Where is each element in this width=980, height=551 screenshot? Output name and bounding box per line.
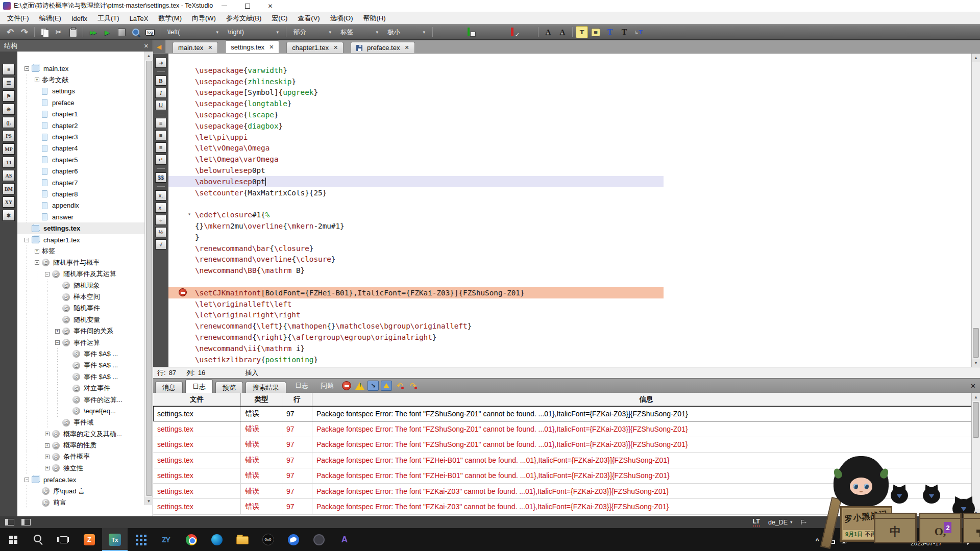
bookmark-icon[interactable]: ⚑ (3, 90, 15, 102)
asymptote-icon[interactable]: AS (3, 170, 15, 181)
scrollbar-thumb[interactable] (973, 328, 979, 358)
tree-item-chapter7[interactable]: chapter7 (17, 177, 153, 188)
thunderbird-taskbar-icon[interactable] (281, 528, 306, 551)
black-t-icon[interactable]: T (618, 26, 631, 38)
editor-gutter[interactable] (168, 98, 195, 109)
texstudio-taskbar-icon[interactable]: Tx (102, 528, 128, 551)
expander-plus-icon[interactable]: + (45, 432, 50, 436)
scroll-down-icon[interactable]: ▼ (145, 497, 153, 505)
expander-plus-icon[interactable]: + (55, 329, 60, 334)
toolbar-dropdown-标签[interactable]: 标签▾ (337, 27, 381, 38)
subscript-button[interactable]: x. (155, 190, 166, 201)
log-row[interactable]: settings.tex错误97Package fontspec Error: … (153, 468, 980, 484)
prev-error-icon[interactable] (394, 381, 405, 391)
close-button[interactable]: ✕ (259, 0, 282, 12)
tree-item-前言[interactable]: C前言 (17, 497, 153, 508)
scrollbar-thumb[interactable] (146, 61, 152, 496)
scroll-down-icon[interactable]: ▼ (972, 359, 980, 367)
menu-item-数学(M)[interactable]: 数学(M) (154, 13, 187, 24)
expander-minus-icon[interactable]: − (24, 66, 29, 71)
editor-gutter[interactable] (168, 265, 195, 276)
tree-item-对立事件[interactable]: S对立事件 (17, 383, 153, 394)
badbox-icon[interactable] (368, 381, 379, 391)
editor-gutter[interactable] (168, 109, 195, 120)
cut-icon[interactable]: ✂ (52, 26, 65, 38)
expander-plus-icon[interactable]: + (35, 249, 39, 254)
touch-keyboard-icon[interactable] (882, 537, 891, 542)
expander-minus-icon[interactable]: − (55, 340, 60, 345)
editor-gutter[interactable] (168, 354, 195, 365)
log-tab-日志[interactable]: 日志 (185, 380, 213, 393)
tab-preface.tex[interactable]: preface.tex✕ (351, 42, 415, 53)
menu-item-宏(C)[interactable]: 宏(C) (266, 13, 292, 24)
log-sublabel-问题[interactable]: 问题 (321, 381, 334, 390)
editor-gutter[interactable] (168, 198, 195, 210)
menu-item-文件(F)[interactable]: 文件(F) (2, 13, 34, 24)
redo-icon[interactable]: ↷ (18, 26, 31, 38)
menu-item-编辑(E)[interactable]: 编辑(E) (34, 13, 66, 24)
italic-button[interactable]: I (155, 88, 166, 98)
tree-item-chapter3[interactable]: chapter3 (17, 131, 153, 142)
log-row[interactable]: settings.tex错误97Package fontspec Error: … (153, 421, 980, 437)
log-row[interactable]: settings.tex错误97Package fontspec Error: … (153, 499, 980, 514)
tree-item-概率的性质[interactable]: +S概率的性质 (17, 440, 153, 451)
tree-item-随机事件及其运算[interactable]: −S随机事件及其运算 (17, 268, 153, 280)
tree-item-chapter4[interactable]: chapter4 (17, 143, 153, 154)
compile-icon[interactable]: ▶▶ (86, 26, 100, 38)
notification-center-icon[interactable] (966, 536, 975, 543)
underline-button[interactable]: U (155, 100, 166, 110)
log-tab-预览[interactable]: 预览 (215, 382, 243, 393)
copy-icon[interactable] (38, 26, 51, 38)
log-tab-消息[interactable]: 消息 (155, 382, 183, 393)
expander-plus-icon[interactable]: + (45, 443, 50, 448)
expander-plus-icon[interactable]: + (45, 455, 50, 459)
edge-taskbar-icon[interactable] (204, 528, 230, 551)
chrome-taskbar-icon[interactable] (179, 528, 204, 551)
editor-gutter[interactable] (168, 165, 195, 176)
tree-item-chapter1[interactable]: chapter1 (17, 109, 153, 120)
editor-gutter[interactable] (168, 254, 195, 265)
menu-item-LaTeX[interactable]: LaTeX (125, 14, 154, 23)
log-box-icon[interactable] (143, 26, 157, 38)
log-row[interactable]: settings.tex错误97Package fontspec Error: … (153, 437, 980, 453)
ime-indicator[interactable]: 中 (897, 535, 904, 544)
comment-icon[interactable] (589, 26, 602, 38)
menu-item-向导(W)[interactable]: 向导(W) (187, 13, 221, 24)
menu-item-选项(O)[interactable]: 选项(O) (325, 13, 358, 24)
tab-close-icon[interactable]: ✕ (333, 44, 338, 51)
structure-tree-scrollbar[interactable]: ▲ ▼ (144, 52, 153, 505)
start-taskbar-icon[interactable] (0, 528, 26, 551)
tree-item-preface[interactable]: preface (17, 97, 153, 108)
tree-item-\eqref{eq...[interactable]: S\eqref{eq... (17, 406, 153, 417)
tree-item-事件运算[interactable]: −S事件运算 (17, 337, 153, 348)
expander-minus-icon[interactable]: − (45, 272, 50, 277)
app-z-taskbar-icon[interactable]: Z (77, 528, 102, 551)
red-check-icon[interactable] (507, 26, 521, 38)
font-a2-icon[interactable]: A (556, 26, 569, 38)
column-header-行[interactable]: 行 (282, 393, 312, 406)
view-icon[interactable]: ▶ (101, 26, 114, 38)
red-bar-icon[interactable] (493, 26, 506, 38)
newline-button[interactable]: ↵ (155, 155, 166, 165)
tab-close-icon[interactable]: ✕ (404, 44, 409, 51)
toolbar-dropdown-\right)[interactable]: \right)▾ (225, 27, 282, 38)
tree-item-条件概率[interactable]: +S条件概率 (17, 451, 153, 462)
log-marker-icon[interactable] (381, 381, 392, 391)
blue-bars-icon[interactable] (522, 26, 535, 38)
editor-gutter[interactable]: ▾ (168, 209, 195, 220)
tree-item-事件的运算...[interactable]: S事件的运算... (17, 394, 153, 405)
xy-icon[interactable]: XY (3, 196, 15, 208)
tree-item-chapter6[interactable]: chapter6 (17, 166, 153, 177)
taskbar-clock[interactable]: 15:202023-07-17 (911, 533, 942, 547)
green-bars-icon[interactable] (450, 26, 463, 38)
editor-gutter[interactable] (168, 143, 195, 154)
inline-math-button[interactable]: $$ (155, 172, 166, 183)
symbols-icon[interactable]: ✳ (3, 104, 15, 115)
tree-item-标签[interactable]: +标签 (17, 245, 153, 257)
warning-icon[interactable] (354, 381, 365, 391)
tree-item-随机现象[interactable]: S随机现象 (17, 280, 153, 291)
fraction-button[interactable]: ½ (155, 227, 166, 237)
tree-item-chapter5[interactable]: chapter5 (17, 154, 153, 165)
tree-item-参考文献[interactable]: +参考文献 (17, 74, 153, 85)
column-header-信息[interactable]: 信息 (312, 393, 980, 406)
